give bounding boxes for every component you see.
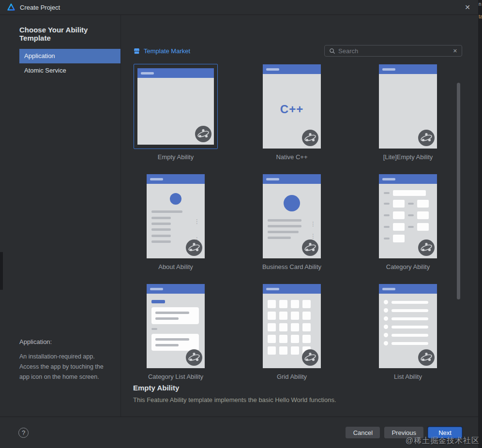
preview-title-placeholder <box>382 178 395 180</box>
harmony-ability-icon <box>418 239 435 256</box>
template-preview <box>147 174 205 258</box>
placeholder-section-bar <box>151 300 165 303</box>
placeholder-tile <box>279 312 287 320</box>
harmony-ability-icon <box>418 130 435 146</box>
preview-titlebar <box>263 284 321 294</box>
placeholder-tile <box>279 300 287 308</box>
search-input[interactable] <box>338 47 450 55</box>
template-card-label: About Ability <box>158 263 193 272</box>
template-type-info: Application: An installation-required ap… <box>19 338 107 382</box>
preview-title-placeholder <box>266 178 279 180</box>
placeholder-bar <box>268 225 301 227</box>
close-icon[interactable]: ✕ <box>462 1 473 13</box>
background-window-sliver <box>0 252 3 290</box>
preview-titlebar <box>379 174 437 184</box>
placeholder-row <box>384 211 432 219</box>
overflow-dots-icon <box>310 219 316 228</box>
template-card-frame <box>146 284 205 369</box>
dialog-titlebar: Create Project ✕ <box>0 0 478 15</box>
placeholder-list-row <box>384 325 428 329</box>
template-preview <box>379 284 437 368</box>
placeholder-grid <box>268 300 311 355</box>
background-text-fragment: ta <box>479 14 482 19</box>
placeholder-bar <box>155 317 179 320</box>
placeholder-box <box>417 200 429 208</box>
placeholder-box <box>393 200 405 208</box>
scrollbar <box>457 64 460 377</box>
placeholder-list-row <box>384 333 428 337</box>
template-preview <box>379 64 437 149</box>
placeholder-bullet <box>384 341 388 345</box>
template-market-icon <box>133 47 140 55</box>
template-card-category-list[interactable]: Category List Ability <box>121 284 230 382</box>
template-card-grid[interactable]: Grid Ability <box>237 284 346 382</box>
placeholder-box <box>417 223 429 231</box>
placeholder-list-row <box>384 300 428 304</box>
template-card-category[interactable]: Category Ability <box>353 174 463 272</box>
template-card-native-cpp[interactable]: C++ Native C++ <box>237 64 346 162</box>
placeholder-tile <box>302 300 311 308</box>
placeholder-tile <box>291 346 299 355</box>
template-card-frame <box>378 64 437 149</box>
harmony-ability-icon <box>186 239 202 256</box>
placeholder-bar <box>151 223 171 225</box>
gallery-header: Template Market ✕ <box>133 45 462 57</box>
template-card-frame <box>262 174 321 259</box>
placeholder-bullet <box>384 325 388 329</box>
template-card-list[interactable]: List Ability <box>353 284 463 382</box>
placeholder-list-row <box>384 341 428 345</box>
template-card-label: [Lite]Empty Ability <box>383 153 433 162</box>
cancel-button[interactable]: Cancel <box>346 427 380 438</box>
placeholder-bar <box>155 344 179 346</box>
placeholder-dash <box>151 328 157 330</box>
search-box: ✕ <box>324 45 462 57</box>
harmony-ability-icon <box>302 239 318 256</box>
harmony-ability-icon <box>302 349 318 366</box>
preview-title-placeholder <box>382 288 395 290</box>
template-preview <box>137 68 214 145</box>
template-grid: Empty Ability C++ Nativ <box>121 64 478 382</box>
template-card-empty[interactable]: [Lite]Empty Ability <box>353 64 463 162</box>
create-project-dialog: Create Project ✕ Choose Your Ability Tem… <box>0 0 478 448</box>
template-market-link[interactable]: Template Market <box>133 47 190 55</box>
help-button[interactable]: ? <box>18 428 29 438</box>
placeholder-box <box>393 211 405 219</box>
template-card-label: Empty Ability <box>158 153 194 162</box>
harmony-ability-icon <box>195 126 211 142</box>
selected-template-detail: Empty Ability This Feature Ability templ… <box>133 384 462 403</box>
template-card-about[interactable]: About Ability <box>121 174 230 272</box>
info-title: Application: <box>19 338 107 345</box>
screenshot-root: Create Project ✕ Choose Your Ability Tem… <box>0 0 482 448</box>
preview-title-placeholder <box>150 178 163 180</box>
placeholder-dash <box>384 203 390 205</box>
info-text: An installation-required app. Access the… <box>19 352 107 382</box>
placeholder-bar <box>392 301 428 304</box>
placeholder-row <box>384 190 432 196</box>
template-card-label: Business Card Ability <box>262 263 321 272</box>
clear-search-icon[interactable]: ✕ <box>453 48 457 54</box>
template-card-empty[interactable]: Empty Ability <box>121 64 230 162</box>
template-card-label: List Ability <box>394 373 422 382</box>
template-card-label: Category List Ability <box>148 373 203 382</box>
placeholder-dash <box>408 226 414 228</box>
template-card-label: Category Ability <box>386 263 430 272</box>
sidebar-item-application[interactable]: Application <box>19 49 120 63</box>
sidebar-item-atomic-service[interactable]: Atomic Service <box>19 63 120 78</box>
preview-titlebar <box>147 284 205 294</box>
placeholder-tile <box>302 335 311 343</box>
overflow-dots-icon <box>310 231 316 240</box>
placeholder-tile <box>302 323 311 331</box>
template-card-business-card[interactable]: Business Card Ability <box>237 174 346 272</box>
placeholder-bar <box>392 317 428 320</box>
placeholder-bullet <box>384 333 388 337</box>
preview-title-placeholder <box>266 288 279 290</box>
placeholder-bar <box>151 217 171 219</box>
template-card-frame <box>378 174 437 259</box>
placeholder-tile <box>291 312 299 320</box>
scrollbar-thumb[interactable] <box>457 83 460 299</box>
template-preview <box>379 174 437 258</box>
placeholder-box <box>393 235 405 242</box>
harmony-ability-icon <box>186 349 202 366</box>
placeholder-bar <box>268 237 291 239</box>
template-preview <box>147 284 205 368</box>
